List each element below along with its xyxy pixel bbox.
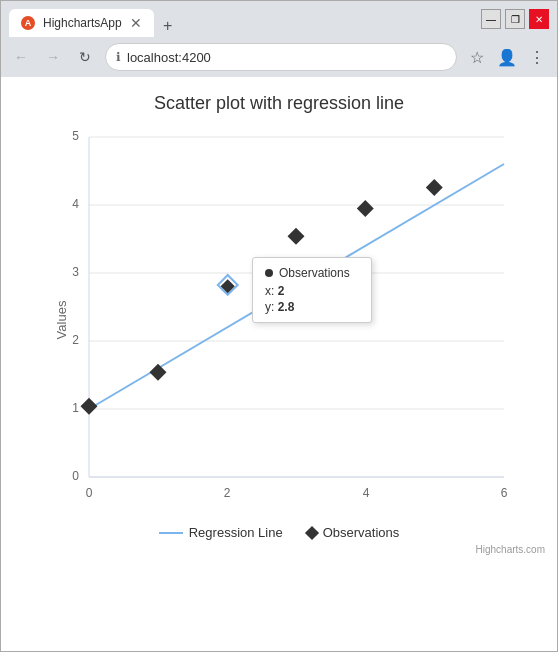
svg-text:3: 3 bbox=[72, 265, 79, 279]
url-bar[interactable]: ℹ localhost:4200 bbox=[105, 43, 457, 71]
tab-bar: A HighchartsApp ✕ + bbox=[9, 1, 475, 37]
chart-title: Scatter plot with regression line bbox=[1, 77, 557, 122]
highcharts-credit: Highcharts.com bbox=[1, 544, 557, 559]
toolbar-icons: ☆ 👤 ⋮ bbox=[465, 45, 549, 69]
maximize-button[interactable]: ❐ bbox=[505, 9, 525, 29]
legend-regression-label: Regression Line bbox=[189, 525, 283, 540]
forward-button[interactable]: → bbox=[41, 45, 65, 69]
svg-rect-24 bbox=[357, 200, 374, 217]
credit-text: Highcharts.com bbox=[476, 544, 545, 555]
svg-text:4: 4 bbox=[72, 197, 79, 211]
active-tab[interactable]: A HighchartsApp ✕ bbox=[9, 9, 154, 37]
svg-rect-20 bbox=[150, 364, 167, 381]
svg-text:5: 5 bbox=[72, 129, 79, 143]
url-text: localhost:4200 bbox=[127, 50, 211, 65]
legend-regression-line[interactable]: Regression Line bbox=[159, 525, 283, 540]
angular-icon: A bbox=[21, 16, 35, 30]
bookmark-icon[interactable]: ☆ bbox=[465, 45, 489, 69]
window-controls: — ❐ ✕ bbox=[481, 9, 549, 29]
minimize-button[interactable]: — bbox=[481, 9, 501, 29]
reload-button[interactable]: ↻ bbox=[73, 45, 97, 69]
new-tab-button[interactable]: + bbox=[154, 15, 182, 37]
chart-container: Scatter plot with regression line Values bbox=[1, 77, 557, 651]
title-bar: A HighchartsApp ✕ + — ❐ ✕ bbox=[1, 1, 557, 37]
svg-text:4: 4 bbox=[363, 486, 370, 500]
svg-text:0: 0 bbox=[72, 469, 79, 483]
svg-text:6: 6 bbox=[501, 486, 508, 500]
menu-icon[interactable]: ⋮ bbox=[525, 45, 549, 69]
lock-icon: ℹ bbox=[116, 50, 121, 64]
chart-legend: Regression Line Observations bbox=[1, 517, 557, 544]
tab-title: HighchartsApp bbox=[43, 16, 122, 30]
svg-rect-19 bbox=[81, 398, 98, 415]
legend-diamond-symbol bbox=[305, 525, 319, 539]
tab-close-button[interactable]: ✕ bbox=[130, 15, 142, 31]
legend-line-symbol bbox=[159, 532, 183, 534]
svg-text:2: 2 bbox=[224, 486, 231, 500]
svg-rect-25 bbox=[426, 179, 443, 196]
back-button[interactable]: ← bbox=[9, 45, 33, 69]
close-button[interactable]: ✕ bbox=[529, 9, 549, 29]
chart-svg: 0 1 2 3 4 5 0 2 4 6 bbox=[34, 122, 524, 512]
svg-text:2: 2 bbox=[72, 333, 79, 347]
address-bar: ← → ↻ ℹ localhost:4200 ☆ 👤 ⋮ bbox=[1, 37, 557, 77]
svg-text:0: 0 bbox=[86, 486, 93, 500]
svg-text:1: 1 bbox=[72, 401, 79, 415]
profile-icon[interactable]: 👤 bbox=[495, 45, 519, 69]
svg-rect-23 bbox=[288, 228, 305, 245]
legend-observations[interactable]: Observations bbox=[307, 525, 400, 540]
legend-observations-label: Observations bbox=[323, 525, 400, 540]
browser-window: A HighchartsApp ✕ + — ❐ ✕ ← → ↻ ℹ localh… bbox=[0, 0, 558, 652]
